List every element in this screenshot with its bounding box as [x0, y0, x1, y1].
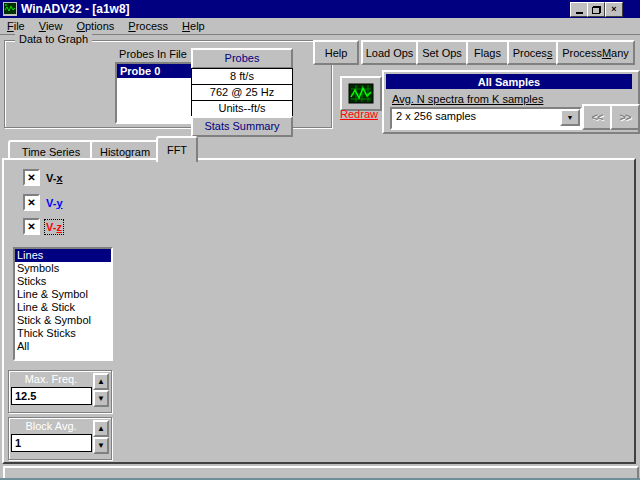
menubar: File View Options Process Help [0, 18, 640, 35]
menu-view[interactable]: View [32, 19, 70, 33]
tab-fft[interactable]: FFT [156, 136, 198, 162]
max-freq-label: Max. Freq. [11, 373, 91, 385]
help-button[interactable]: Help [313, 40, 359, 65]
block-avg-spinner: ▲ ▼ [93, 420, 109, 454]
vz-label[interactable]: V-z [46, 221, 62, 233]
process-button[interactable]: Process [507, 40, 558, 65]
vx-label[interactable]: V-x [46, 172, 63, 184]
check-mark-icon: ✕ [27, 222, 35, 232]
close-button[interactable]: × [605, 2, 623, 17]
fft-tab-page: ✕ V-x ✕ V-y ✕ V-z Lines Symbols Sticks L… [2, 158, 636, 464]
arrow-down-icon: ▼ [97, 442, 105, 450]
app-window: WinADV32 - [a1w8] × File View Options Pr… [0, 0, 640, 480]
list-item[interactable]: Line & Symbol [15, 288, 111, 301]
channel-row-vx: ✕ V-x [23, 169, 63, 186]
spin-up-button[interactable]: ▲ [93, 420, 109, 437]
list-item[interactable]: All [15, 340, 111, 353]
list-item-probe[interactable]: Probe 0 [117, 64, 191, 78]
list-item[interactable]: Thick Sticks [15, 327, 111, 340]
probe-info-column: Probes 8 ft/s 762 @ 25 Hz Units--ft/s St… [191, 48, 293, 137]
close-icon: × [611, 5, 616, 14]
arrow-up-icon: ▲ [97, 425, 105, 433]
probes-button[interactable]: Probes [191, 48, 293, 69]
prev-sample-button[interactable]: << [582, 104, 612, 130]
vz-checkbox[interactable]: ✕ [23, 218, 40, 235]
velocity-range-field: 8 ft/s [191, 68, 293, 85]
probes-listbox[interactable]: Probe 0 [115, 62, 193, 124]
max-freq-input[interactable] [11, 387, 92, 405]
block-avg-group: Block Avg. ▲ ▼ [8, 417, 112, 460]
channel-row-vy: ✕ V-y [23, 194, 63, 211]
spin-down-button[interactable]: ▼ [93, 437, 109, 454]
redraw-chart-icon [347, 83, 375, 105]
vx-checkbox[interactable]: ✕ [23, 169, 40, 186]
redraw-button[interactable] [340, 76, 382, 111]
set-ops-button[interactable]: Set Ops [416, 40, 468, 65]
flags-button[interactable]: Flags [466, 40, 509, 65]
app-icon [3, 2, 17, 16]
check-mark-icon: ✕ [27, 173, 35, 183]
list-item[interactable]: Stick & Symbol [15, 314, 111, 327]
max-freq-spinner: ▲ ▼ [93, 373, 109, 407]
titlebar[interactable]: WinADV32 - [a1w8] × [0, 0, 640, 18]
block-avg-input[interactable] [11, 434, 92, 452]
plot-style-listbox[interactable]: Lines Symbols Sticks Line & Symbol Line … [13, 247, 113, 361]
vy-checkbox[interactable]: ✕ [23, 194, 40, 211]
data-to-graph-group: Data to Graph Probes In File Probe 0 Pro… [4, 40, 332, 128]
minimize-icon [576, 12, 583, 14]
redraw-label[interactable]: Redraw [332, 108, 386, 120]
menu-process[interactable]: Process [121, 19, 175, 33]
probes-in-file-label: Probes In File [113, 48, 193, 60]
menu-file[interactable]: File [0, 19, 32, 33]
spin-down-button[interactable]: ▼ [93, 390, 109, 407]
channel-row-vz: ✕ V-z [23, 218, 62, 235]
list-item[interactable]: Sticks [15, 275, 111, 288]
list-item[interactable]: Line & Stick [15, 301, 111, 314]
combo-dropdown-button[interactable]: ▼ [560, 109, 580, 126]
block-avg-label: Block Avg. [11, 420, 91, 432]
list-item[interactable]: Symbols [15, 262, 111, 275]
arrow-down-icon: ▼ [97, 395, 105, 403]
next-sample-button[interactable]: >> [610, 104, 640, 130]
menu-options[interactable]: Options [69, 19, 121, 33]
all-samples-panel: All Samples Avg. N spectra from K sample… [382, 70, 640, 134]
check-mark-icon: ✕ [27, 198, 35, 208]
arrow-up-icon: ▲ [97, 378, 105, 386]
avg-spectra-label[interactable]: Avg. N spectra from K samples [392, 93, 543, 105]
stats-summary-button[interactable]: Stats Summary [191, 116, 293, 137]
units-field: Units--ft/s [191, 100, 293, 117]
load-ops-button[interactable]: Load Ops [361, 40, 418, 65]
list-item[interactable]: Lines [15, 249, 111, 262]
spin-up-button[interactable]: ▲ [93, 373, 109, 390]
chevron-down-icon: ▼ [567, 114, 574, 121]
window-title: WinADV32 - [a1w8] [21, 2, 130, 16]
menu-help[interactable]: Help [175, 19, 212, 33]
vy-label[interactable]: V-y [46, 197, 63, 209]
samples-combobox[interactable]: 2 x 256 samples ▼ [390, 107, 582, 130]
group-legend: Data to Graph [15, 33, 92, 45]
max-freq-group: Max. Freq. ▲ ▼ [8, 370, 112, 413]
restore-icon [592, 6, 601, 14]
all-samples-header: All Samples [386, 74, 632, 89]
minimize-button[interactable] [570, 2, 588, 17]
process-many-button[interactable]: Process Many [556, 40, 635, 65]
samples-rate-field: 762 @ 25 Hz [191, 84, 293, 101]
combo-value: 2 x 256 samples [396, 110, 476, 122]
restore-button[interactable] [587, 2, 605, 17]
